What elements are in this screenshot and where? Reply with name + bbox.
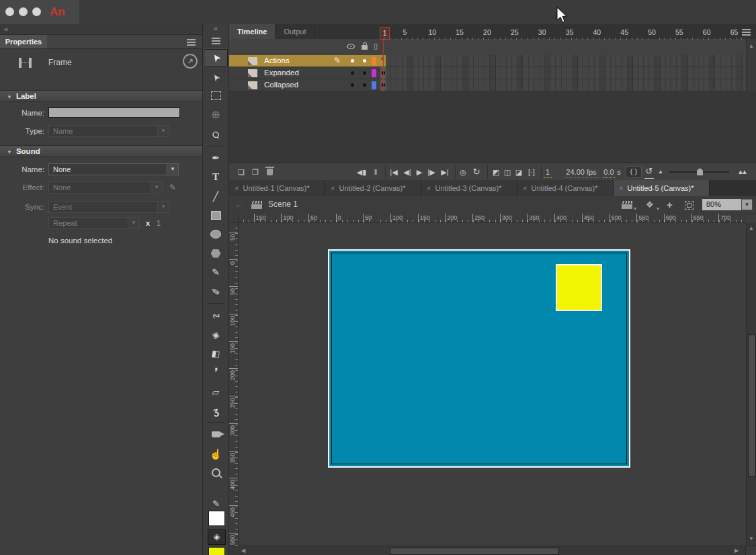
modify-markers-button[interactable]: [·] bbox=[526, 163, 538, 181]
layer-lock-dot[interactable] bbox=[363, 59, 366, 62]
scroll-left-icon[interactable]: ◀ bbox=[241, 547, 245, 555]
close-tab-icon[interactable]: × bbox=[523, 184, 527, 192]
document-tab[interactable]: ×Untitled-1 (Canvas)* bbox=[229, 180, 325, 196]
document-tab[interactable]: ×Untitled-2 (Canvas)* bbox=[325, 180, 421, 196]
center-frame-button[interactable]: ◎ bbox=[458, 163, 468, 181]
collapse-chevron-icon[interactable]: « bbox=[4, 25, 8, 33]
go-to-last-frame-button[interactable]: ▶| bbox=[439, 163, 451, 181]
insert-keyframe-marker-button[interactable]: ◀▮ bbox=[354, 163, 369, 181]
horizontal-scrollbar[interactable]: ◀ ▶ bbox=[229, 546, 756, 555]
slider-thumb[interactable] bbox=[697, 168, 703, 175]
polystar-tool[interactable] bbox=[203, 244, 228, 263]
eraser-tool[interactable] bbox=[203, 382, 228, 401]
loop-playback-button[interactable]: ↻ bbox=[471, 163, 482, 181]
frame-link-button[interactable]: ↗ bbox=[183, 54, 198, 69]
onion-skin-button[interactable]: ◩ bbox=[491, 163, 501, 181]
scroll-up-icon[interactable]: ▲ bbox=[749, 43, 754, 49]
current-frame-value[interactable]: 1 bbox=[544, 167, 552, 178]
label-name-input[interactable] bbox=[48, 108, 180, 118]
stroke-color-swatch[interactable] bbox=[208, 511, 225, 526]
section-collapse-icon[interactable]: ▼ bbox=[7, 149, 12, 155]
hand-tool[interactable] bbox=[203, 444, 228, 463]
section-collapse-icon[interactable]: ▼ bbox=[7, 94, 12, 100]
layer-outline-color-swatch[interactable] bbox=[372, 69, 376, 77]
fill-bucket-icon[interactable]: ◈ bbox=[208, 529, 226, 545]
tab-properties[interactable]: Properties bbox=[0, 35, 47, 48]
label-section-header[interactable]: ▼Label bbox=[0, 90, 202, 102]
edit-scene-icon[interactable] bbox=[622, 201, 632, 209]
layer-lock-dot[interactable] bbox=[363, 83, 366, 87]
scroll-up-icon[interactable]: ▲ bbox=[749, 225, 754, 231]
tools-collapse-strip[interactable]: « bbox=[203, 24, 228, 34]
scene-name[interactable]: Scene 1 bbox=[268, 196, 298, 213]
timeline-layer-row[interactable]: Collapsed ✎ bbox=[229, 79, 746, 91]
new-folder-button[interactable]: ❐ bbox=[250, 163, 261, 181]
layer-name[interactable]: Actions bbox=[264, 55, 290, 67]
layer-lock-dot[interactable] bbox=[363, 71, 366, 75]
edit-symbols-icon[interactable]: ❖ bbox=[646, 196, 654, 213]
document-tab[interactable]: ×Untitled-3 (Canvas)* bbox=[421, 180, 517, 196]
timeline-tab[interactable]: Output bbox=[276, 24, 314, 39]
camera-tool[interactable] bbox=[203, 425, 228, 443]
window-zoom-button[interactable] bbox=[32, 7, 41, 16]
document-tab[interactable]: ×Untitled-4 (Canvas)* bbox=[517, 180, 614, 196]
new-layer-button[interactable]: ❏ bbox=[236, 163, 247, 181]
timeline-tab[interactable]: Timeline bbox=[229, 24, 276, 39]
free-transform-tool[interactable] bbox=[203, 87, 228, 105]
zoom-tool[interactable] bbox=[203, 463, 228, 482]
pause-marks-button[interactable]: ‖ bbox=[372, 163, 380, 181]
clip-content-icon[interactable] bbox=[685, 201, 694, 210]
layer-visibility-dot[interactable] bbox=[351, 59, 354, 62]
panel-collapse-strip[interactable]: « bbox=[0, 24, 202, 35]
back-arrow-icon[interactable]: ← bbox=[235, 196, 244, 213]
playhead-line[interactable] bbox=[383, 38, 384, 91]
rectangle-tool[interactable] bbox=[203, 206, 228, 224]
subselection-tool[interactable] bbox=[203, 67, 228, 86]
layer-name[interactable]: Expanded bbox=[264, 67, 299, 79]
chevron-down-icon[interactable]: ▾ bbox=[634, 206, 636, 212]
edit-multiple-frames-button[interactable]: ◪ bbox=[514, 163, 523, 181]
elapsed-time-value[interactable]: 0.0 bbox=[603, 167, 615, 178]
zoom-out-frames-icon[interactable]: ▲ bbox=[657, 163, 665, 181]
vertical-scroll-thumb[interactable] bbox=[748, 335, 756, 477]
pasteboard[interactable] bbox=[239, 223, 746, 546]
center-stage-icon[interactable]: + bbox=[667, 196, 673, 213]
close-tab-icon[interactable]: × bbox=[331, 184, 335, 192]
layer-outline-color-swatch[interactable] bbox=[372, 81, 376, 89]
3d-rotation-tool[interactable] bbox=[203, 105, 228, 124]
edit-sound-envelope-icon[interactable]: ✎ bbox=[169, 183, 176, 192]
timeline-layer-row[interactable]: Expanded ✎ bbox=[229, 67, 746, 79]
pencil-tool[interactable] bbox=[203, 263, 228, 282]
line-tool[interactable] bbox=[203, 187, 228, 206]
lock-layers-icon[interactable] bbox=[362, 45, 368, 50]
close-tab-icon[interactable]: × bbox=[427, 184, 431, 192]
asset-warp-tool[interactable] bbox=[203, 401, 228, 420]
close-tab-icon[interactable]: × bbox=[619, 184, 623, 192]
layer-visibility-dot[interactable] bbox=[351, 83, 354, 87]
vertical-scrollbar[interactable]: ▲ ▼ bbox=[746, 223, 756, 546]
oval-tool[interactable] bbox=[203, 225, 228, 244]
tools-menu-icon[interactable] bbox=[212, 38, 220, 39]
bone-tool[interactable] bbox=[203, 306, 228, 325]
fill-color-swatch[interactable] bbox=[208, 547, 225, 555]
scroll-down-icon[interactable]: ▼ bbox=[749, 536, 754, 542]
paint-bucket-tool[interactable] bbox=[203, 325, 228, 343]
pen-tool[interactable] bbox=[203, 148, 228, 167]
close-tab-icon[interactable]: × bbox=[235, 184, 239, 192]
layer-name[interactable]: Collapsed bbox=[264, 79, 298, 91]
sound-section-header[interactable]: ▼Sound bbox=[0, 145, 202, 157]
panel-menu-icon[interactable] bbox=[187, 39, 196, 40]
scroll-right-icon[interactable]: ▶ bbox=[734, 547, 739, 555]
show-hide-layers-icon[interactable]: ⊙ bbox=[345, 42, 355, 51]
paint-brush-tool[interactable] bbox=[203, 282, 228, 301]
collapse-chevron-icon[interactable]: « bbox=[214, 24, 218, 32]
window-close-button[interactable] bbox=[5, 7, 14, 16]
step-back-button[interactable]: ◀| bbox=[401, 163, 413, 181]
selection-tool[interactable] bbox=[203, 48, 228, 67]
ink-bottle-tool[interactable] bbox=[203, 344, 228, 363]
layer-visibility-dot[interactable] bbox=[351, 71, 354, 75]
timeline-zoom-slider[interactable] bbox=[669, 171, 729, 173]
go-to-first-frame-button[interactable]: |◀ bbox=[388, 163, 400, 181]
window-minimize-button[interactable] bbox=[19, 7, 28, 16]
step-forward-button[interactable]: |▶ bbox=[425, 163, 437, 181]
